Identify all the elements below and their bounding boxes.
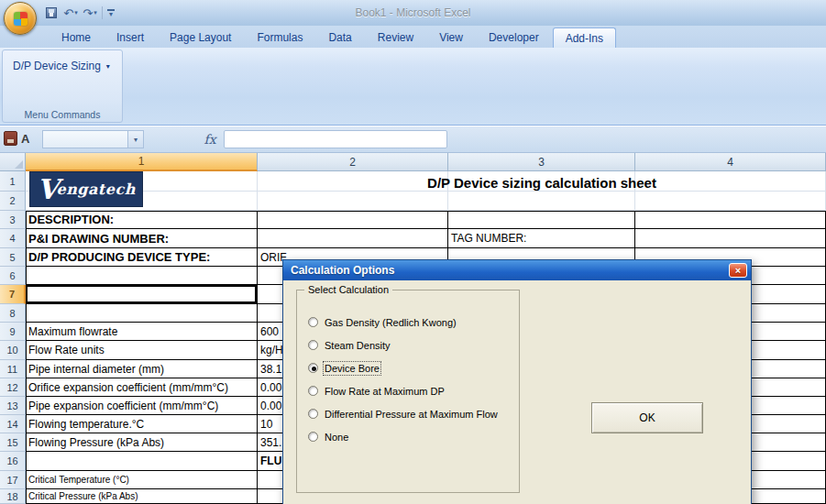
row-header-15[interactable]: 15	[0, 433, 26, 452]
column-header-2[interactable]: 2	[258, 153, 448, 171]
cell-r9c1[interactable]: Maximum flowrate	[26, 323, 258, 341]
sheet-row-3: 3DESCRIPTION:	[0, 211, 826, 229]
row-header-6[interactable]: 6	[0, 267, 26, 285]
radio-option-flow-rate-at-maximum-dp[interactable]: Flow Rate at Maximum DP	[308, 385, 498, 397]
quick-access-toolbar: ↶▾ ↷▾ ▾	[44, 5, 115, 21]
cell-r5c1[interactable]: D/P PRODUCING DEVICE TYPE:	[26, 248, 258, 267]
radio-option-gas-density-redlich-kwong[interactable]: Gas Density (Redlich Kwong)	[308, 316, 498, 328]
insert-function-button[interactable]: fx	[198, 132, 222, 147]
row-header-4[interactable]: 4	[0, 229, 26, 248]
column-header-4[interactable]: 4	[635, 153, 826, 171]
row-header-7[interactable]: 7	[0, 285, 26, 304]
column-header-3[interactable]: 3	[448, 153, 635, 171]
cell-r18c1[interactable]: Critical Pressure (kPa Abs)	[26, 489, 258, 504]
cell-r16c1[interactable]	[26, 452, 258, 471]
cell-r15c1[interactable]: Flowing Pressure (kPa Abs)	[26, 433, 258, 452]
radio-icon	[308, 409, 318, 419]
row-header-14[interactable]: 14	[0, 415, 26, 433]
undo-button[interactable]: ↶▾	[63, 5, 78, 21]
close-icon: ×	[735, 265, 741, 276]
tab-home[interactable]: Home	[50, 27, 103, 48]
row-header-2[interactable]: 2	[0, 192, 26, 211]
tab-page-layout[interactable]: Page Layout	[158, 27, 243, 48]
tab-review[interactable]: Review	[366, 27, 425, 48]
customize-qat-button[interactable]: ▾	[107, 9, 115, 16]
qat-separator	[102, 6, 103, 19]
cell-r17c1[interactable]: Critical Temperature (°C)	[26, 471, 258, 489]
cell-r12c1[interactable]: Orifice expansion coefficient (mm/mm°C)	[26, 378, 258, 397]
cell-r7c1[interactable]	[26, 285, 258, 304]
radio-option-device-bore[interactable]: Device Bore	[308, 362, 498, 374]
chevron-down-icon: ▾	[134, 136, 138, 144]
undo-dropdown-icon[interactable]: ▾	[74, 9, 78, 16]
menu-commands-group: D/P Device Sizing ▾ Menu Commands	[2, 49, 123, 123]
dialog-title-bar[interactable]: Calculation Options ×	[283, 260, 751, 280]
tab-insert[interactable]: Insert	[105, 27, 156, 48]
cell-r2c2[interactable]	[258, 192, 448, 211]
letter-a-icon: A	[21, 132, 29, 146]
cell-r10c1[interactable]: Flow Rate units	[26, 341, 258, 360]
tab-add-ins[interactable]: Add-Ins	[553, 27, 616, 48]
row-header-8[interactable]: 8	[0, 304, 26, 323]
row-header-10[interactable]: 10	[0, 341, 26, 360]
dialog-close-button[interactable]: ×	[729, 263, 747, 278]
redo-button[interactable]: ↷▾	[83, 5, 97, 21]
row-header-17[interactable]: 17	[0, 471, 26, 489]
ok-button[interactable]: OK	[591, 402, 703, 433]
name-box[interactable]	[42, 130, 128, 148]
row-header-3[interactable]: 3	[0, 211, 26, 229]
row-header-9[interactable]: 9	[0, 323, 26, 341]
cell-r6c1[interactable]	[26, 267, 258, 285]
row-header-11[interactable]: 11	[0, 360, 26, 378]
cell-r2c4[interactable]	[635, 192, 826, 211]
column-header-row: 1234	[0, 153, 826, 171]
cell-r3c3[interactable]	[448, 211, 635, 229]
radio-icon	[308, 317, 318, 327]
tab-data[interactable]: Data	[316, 27, 363, 48]
ribbon-tabs: HomeInsertPage LayoutFormulasDataReviewV…	[0, 26, 826, 48]
radio-option-none[interactable]: None	[308, 431, 498, 443]
office-button[interactable]	[4, 2, 37, 35]
dp-device-sizing-menu-button[interactable]: D/P Device Sizing ▾	[6, 56, 116, 76]
cell-r3c2[interactable]	[258, 211, 448, 229]
redo-dropdown-icon[interactable]: ▾	[94, 9, 97, 16]
logo-v: V	[37, 176, 58, 203]
column-header-1[interactable]: 1	[26, 153, 258, 171]
row-header-13[interactable]: 13	[0, 397, 26, 415]
cell-r4c1[interactable]: P&I DRAWING NUMBER:	[26, 229, 258, 248]
sheet-row-4: 4P&I DRAWING NUMBER:TAG NUMBER:	[0, 229, 826, 248]
radio-option-steam-density[interactable]: Steam Density	[308, 339, 498, 351]
cell-r3c4[interactable]	[635, 211, 826, 229]
row-header-16[interactable]: 16	[0, 452, 26, 471]
save-button[interactable]	[44, 5, 59, 21]
row-header-5[interactable]: 5	[0, 248, 26, 267]
ribbon-body: D/P Device Sizing ▾ Menu Commands	[0, 48, 826, 126]
redo-icon: ↷	[83, 6, 93, 20]
cell-r11c1[interactable]: Pipe internal diameter (mm)	[26, 360, 258, 378]
radio-label: Device Bore	[325, 363, 380, 374]
radio-icon	[308, 432, 318, 442]
cell-r4c3[interactable]: TAG NUMBER:	[448, 229, 635, 248]
radio-label: None	[325, 432, 348, 443]
radio-label: Flow Rate at Maximum DP	[325, 386, 445, 397]
tab-formulas[interactable]: Formulas	[245, 27, 314, 48]
cell-r4c2[interactable]	[258, 229, 448, 248]
stamp-icon	[4, 131, 17, 146]
cell-r3c1[interactable]: DESCRIPTION:	[26, 211, 258, 229]
radio-option-differential-pressure-at-maximum-flow[interactable]: Differential Pressure at Maximum Flow	[308, 408, 498, 420]
row-header-12[interactable]: 12	[0, 378, 26, 397]
cell-r14c1[interactable]: Flowing temperature.°C	[26, 415, 258, 433]
row-header-18[interactable]: 18	[0, 489, 26, 504]
formula-input[interactable]	[224, 130, 447, 148]
group-box-legend: Select Calculation	[304, 284, 392, 295]
name-box-dropdown[interactable]: ▾	[128, 130, 144, 148]
cell-r13c1[interactable]: Pipe expansion coefficient (mm/mm°C)	[26, 397, 258, 415]
cell-r8c1[interactable]	[26, 304, 258, 323]
cell-r2c3[interactable]	[448, 192, 635, 211]
select-all-corner[interactable]	[0, 153, 26, 171]
radio-label: Differential Pressure at Maximum Flow	[325, 409, 498, 420]
tab-developer[interactable]: Developer	[477, 27, 551, 48]
row-header-1[interactable]: 1	[0, 171, 26, 192]
cell-r4c4[interactable]	[635, 229, 826, 248]
tab-view[interactable]: View	[427, 27, 475, 48]
